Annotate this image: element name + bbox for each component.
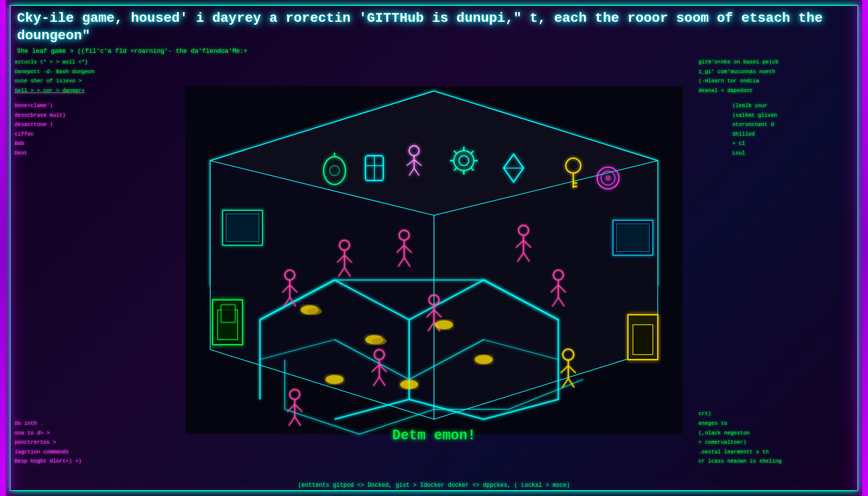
left-top-line-4: Sell > + cor > danger+ (15, 87, 170, 95)
right-mid-line-4: Shllled (732, 130, 853, 139)
left-bottom-line-3: panctrertos > (15, 438, 170, 447)
svg-point-76 (400, 380, 418, 388)
svg-rect-80 (221, 305, 235, 322)
svg-point-115 (605, 175, 611, 181)
page-subtitle: She leaf game > ((fil'c'a fld +roarning'… (17, 47, 851, 55)
left-mid-line-3: desacctone ) (15, 121, 136, 129)
left-mid-line-5: Bab (15, 140, 136, 148)
bottom-bar-text: (enttents gitpod <> Docked, gist > Idock… (298, 482, 570, 489)
left-bottom-line-2: ooa to d> > (15, 429, 170, 438)
dungeon-label: Detm emon! (392, 428, 476, 444)
left-bottom-line-4: lagction commands (15, 448, 170, 457)
svg-point-75 (475, 355, 493, 364)
right-bottom-line-2: eneges to (698, 419, 853, 428)
page-title: Cky-ile game, housed' i dayrey a rorecti… (17, 10, 851, 45)
left-bottom-code-block: Do inth . ooa to d> > panctrertos > lagc… (15, 419, 170, 467)
right-top-line-2: 1_gi' com'mucunnas noeth (698, 68, 853, 77)
right-top-line-4: deanal < dapedont (698, 87, 853, 95)
right-top-code-block: git9'o<nke on base1 pe|cb 1_gi' com'mucu… (698, 58, 853, 96)
right-mid-code-block: (lealb your (salkmt gliven otoroncnant d… (732, 102, 853, 159)
right-mid-line-3: otoroncnant d (732, 121, 853, 129)
svg-rect-119 (617, 224, 650, 251)
right-bottom-line-3: (,nlack negeston (698, 429, 853, 438)
left-mid-line-1: Done=clame') (15, 102, 136, 110)
svg-rect-117 (226, 214, 259, 242)
right-bottom-line-4: < comerualtoer) (698, 438, 853, 447)
header-section: Cky-ile game, housed' i dayrey a rorecti… (15, 7, 853, 57)
main-container: Cky-ile game, housed' i dayrey a rorecti… (0, 0, 868, 496)
right-bottom-line-1: crt) (698, 410, 853, 418)
svg-point-71 (307, 308, 322, 315)
neon-right-bar (862, 0, 868, 496)
dungeon-container: Detm emon! (136, 48, 732, 472)
right-mid-line-1: (lealb your (732, 102, 853, 110)
left-top-line-3: ouse sher of is)evo > (15, 77, 170, 86)
svg-point-77 (326, 375, 343, 384)
right-mid-line-2: (salkmt gliven (732, 111, 853, 120)
right-bottom-line-5: .oestal learmentt s tn (698, 448, 853, 457)
left-mid-line-6: Dent (15, 149, 136, 158)
svg-point-73 (372, 338, 387, 344)
neon-left-bar (0, 0, 6, 496)
bottom-bar: (enttents gitpod <> Docked, gist > Idock… (15, 482, 853, 489)
svg-rect-82 (633, 325, 653, 355)
left-bottom-line-1: Do inth . (15, 419, 170, 428)
left-bottom-line-5: Besp hoght dlort+) +) (15, 457, 170, 466)
left-top-line-1: astucls t* > > woll <*} (15, 58, 170, 67)
left-mid-line-4: ciffec (15, 130, 136, 139)
left-mid-code-block: Done=clame') desocbrave muit) desacctone… (15, 102, 136, 159)
left-top-line-2: Danepott -d- Bash dungeon (15, 68, 170, 77)
right-top-line-3: (-Hlearn tor ondcia (698, 77, 853, 86)
left-mid-line-2: desocbrave muit) (15, 111, 136, 120)
svg-point-74 (435, 320, 453, 329)
right-top-line-1: git9'o<nke on base1 pe|cb (698, 58, 853, 67)
right-mid-line-6: Loul (732, 149, 853, 158)
left-top-code-block: astucls t* > > woll <*} Danepott -d- Bas… (15, 58, 170, 96)
right-mid-line-5: + cl (732, 140, 853, 148)
dungeon-scene: Detm emon! (136, 48, 732, 472)
right-bottom-code-block: crt) eneges to (,nlack negeston < comeru… (698, 410, 853, 467)
right-bottom-line-6: cr lcass neaown is sheling (698, 457, 853, 466)
